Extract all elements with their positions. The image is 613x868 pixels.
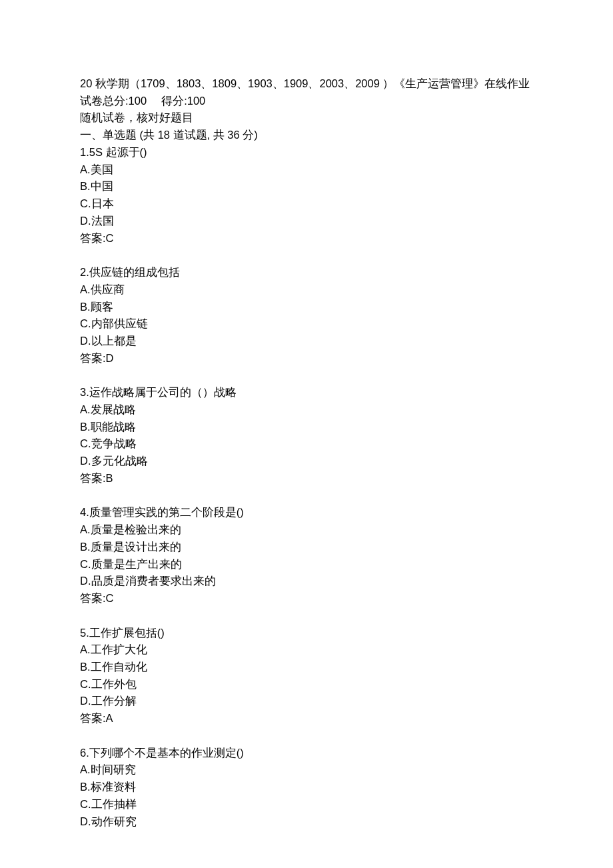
question-answer: 答案:C [80, 230, 533, 247]
question-option: C.内部供应链 [80, 315, 533, 333]
score-line: 试卷总分:100得分:100 [80, 93, 533, 110]
question-option: B.职能战略 [80, 419, 533, 436]
question-option: D.工作分解 [80, 693, 533, 710]
question-option: D.法国 [80, 213, 533, 230]
question-option: B.工作自动化 [80, 659, 533, 676]
question-answer: 答案:B [80, 470, 533, 487]
question-option: C.质量是生产出来的 [80, 556, 533, 573]
question-stem: 6.下列哪个不是基本的作业测定() [80, 745, 533, 762]
got-score-label: 得分:100 [161, 95, 205, 107]
question-answer: 答案:A [80, 710, 533, 727]
blank-line [80, 487, 533, 505]
blank-line [80, 727, 533, 745]
question-stem: 5.工作扩展包括() [80, 625, 533, 642]
question-option: A.时间研究 [80, 761, 533, 779]
question-option: D.以上都是 [80, 333, 533, 350]
question-option: C.日本 [80, 195, 533, 213]
total-score-label: 试卷总分:100 [80, 95, 147, 107]
question-stem: 3.运作战略属于公司的（）战略 [80, 384, 533, 401]
question-option: A.供应商 [80, 281, 533, 299]
question-answer: 答案:C [80, 590, 533, 607]
question-option: A.质量是检验出来的 [80, 521, 533, 539]
question-option: C.工作抽样 [80, 796, 533, 813]
question-stem: 1.5S 起源于() [80, 144, 533, 161]
section-title: 一、单选题 (共 18 道试题, 共 36 分) [80, 127, 533, 144]
question-option: A.工作扩大化 [80, 641, 533, 659]
question-option: B.标准资料 [80, 779, 533, 796]
question-option: B.质量是设计出来的 [80, 539, 533, 556]
question-option: C.工作外包 [80, 676, 533, 693]
question-answer: 答案:D [80, 350, 533, 367]
question-option: A.美国 [80, 161, 533, 179]
question-option: D.多元化战略 [80, 453, 533, 470]
blank-line [80, 247, 533, 264]
question-stem: 2.供应链的组成包括 [80, 264, 533, 281]
question-option: C.竞争战略 [80, 435, 533, 453]
question-option: B.中国 [80, 178, 533, 195]
question-option: A.发展战略 [80, 401, 533, 419]
question-option: B.顾客 [80, 299, 533, 316]
blank-line [80, 367, 533, 384]
document-title: 20 秋学期（1709、1803、1809、1903、1909、2003、200… [80, 75, 533, 93]
random-note: 随机试卷，核对好题目 [80, 109, 533, 127]
question-option: D.品质是消费者要求出来的 [80, 573, 533, 590]
question-stem: 4.质量管理实践的第二个阶段是() [80, 504, 533, 521]
blank-line [80, 607, 533, 625]
question-option: D.动作研究 [80, 813, 533, 831]
